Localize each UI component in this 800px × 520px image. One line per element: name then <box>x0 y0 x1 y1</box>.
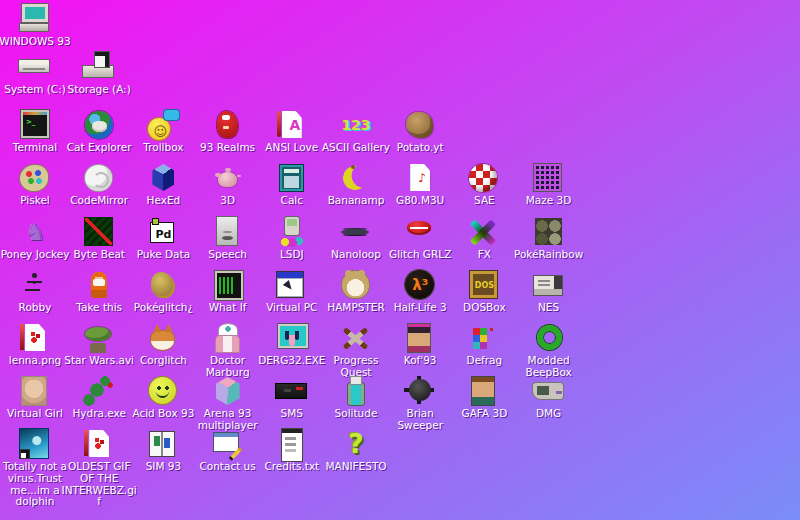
desktop-icon-robby[interactable]: Robby <box>2 270 68 314</box>
desktop-icon-virtual-pc[interactable]: Virtual PC <box>259 270 325 314</box>
desktop-icon-sim-93[interactable]: SIM 93 <box>130 429 196 473</box>
icon-label: Maze 3D <box>511 195 587 207</box>
desktop[interactable]: WINDOWS 93System (C:)Storage (A:)>_Termi… <box>0 0 800 520</box>
sea-mine-icon <box>402 376 438 406</box>
icon-label: Potato.yt <box>382 142 458 154</box>
image-document-icon <box>17 323 53 353</box>
icon-label: NES <box>511 302 587 314</box>
banana-icon <box>338 163 374 193</box>
tongue-monitor-icon <box>274 323 310 353</box>
desktop-icon-doctor-marburg[interactable]: Doctor Marburg <box>195 323 261 379</box>
desktop-icon-manifesto[interactable]: ?MANIFESTO <box>323 429 389 473</box>
nes-console-icon <box>531 270 567 300</box>
desktop-icon-hydra-exe[interactable]: Hydra.exe <box>66 376 132 420</box>
desktop-icon-what-if[interactable]: What If <box>195 270 261 314</box>
crossed-swords-icon <box>338 323 374 353</box>
desktop-icon-sae[interactable]: SAE <box>451 163 517 207</box>
desktop-icon-pok-rainbow[interactable]: PokéRainbow <box>516 217 582 261</box>
icon-label: Modded BeepBox <box>511 355 587 379</box>
desktop-icon-gafa-3d[interactable]: GAFA 3D <box>451 376 517 420</box>
red-dragon-icon <box>210 110 246 140</box>
desktop-icon-corglitch[interactable]: Corglitch <box>130 323 196 367</box>
desktop-icon-93-realms[interactable]: 93 Realms <box>195 110 261 154</box>
desktop-icon-nes[interactable]: NES <box>516 270 582 314</box>
desktop-icon-glitch-grlz[interactable]: Glitch GRLZ <box>387 217 453 261</box>
desktop-icon-contact-us[interactable]: Contact us <box>195 429 261 473</box>
lambda-icon-glyph: λ³ <box>402 270 438 300</box>
desktop-icon-pok-glitch[interactable]: Pokéglitch¿ <box>130 270 196 314</box>
doomguy-icon <box>466 376 502 406</box>
desktop-icon-codemirror[interactable]: CodeMirror <box>66 163 132 207</box>
desktop-icon-progress-quest[interactable]: Progress Quest <box>323 323 389 379</box>
desktop-icon-system-c[interactable]: System (C:) <box>2 52 68 96</box>
lambda-icon: λ³ <box>402 270 438 300</box>
desktop-icon-byte-beat[interactable]: Byte Beat <box>66 217 132 261</box>
desktop-icon-kof-93[interactable]: Kof'93 <box>387 323 453 367</box>
glitch-blob-icon <box>145 270 181 300</box>
desktop-icon-g80-m3u[interactable]: ♪G80.M3U <box>387 163 453 207</box>
desktop-icon-modded-beepbox[interactable]: Modded BeepBox <box>516 323 582 379</box>
corgi-icon <box>145 323 181 353</box>
terminal-icon-glyph: >_ <box>17 110 53 140</box>
desktop-icon-star-wars-avi[interactable]: Star Wars.avi <box>66 323 132 367</box>
desktop-icon-lenna-png[interactable]: lenna.png <box>2 323 68 367</box>
desktop-icon-windows-93[interactable]: WINDOWS 93 <box>2 4 68 48</box>
globe-cat-icon <box>81 110 117 140</box>
desktop-icon-solitude[interactable]: Solitude <box>323 376 389 420</box>
desktop-icon-terminal[interactable]: >_Terminal <box>2 110 68 154</box>
girl-portrait-icon <box>17 376 53 406</box>
desktop-icon-3d[interactable]: 3D <box>195 163 261 207</box>
pokemon-sprites-icon <box>531 217 567 247</box>
desktop-icon-potato-yt[interactable]: Potato.yt <box>387 110 453 154</box>
desktop-icon-brian-sweeper[interactable]: Brian Sweeper <box>387 376 453 432</box>
desktop-icon-acid-box-93[interactable]: Acid Box 93 <box>130 376 196 420</box>
desktop-icon-puke-data[interactable]: PdPuke Data <box>130 217 196 261</box>
desktop-icon-maze-3d[interactable]: Maze 3D <box>516 163 582 207</box>
desktop-icon-cat-explorer[interactable]: Cat Explorer <box>66 110 132 154</box>
desktop-icon-piskel[interactable]: Piskel <box>2 163 68 207</box>
potato-icon <box>402 110 438 140</box>
desktop-icon-half-life-3[interactable]: λ³Half-Life 3 <box>387 270 453 314</box>
desktop-icon-lsdj[interactable]: LSDJ <box>259 217 325 261</box>
desktop-icon-hampster[interactable]: HAMPSTER <box>323 270 389 314</box>
desktop-icon-trollbox[interactable]: ☺Trollbox <box>130 110 196 154</box>
pd-patch-icon: Pd <box>145 217 181 247</box>
ansi-document-icon-glyph: A <box>274 110 310 140</box>
desktop-icon-bananamp[interactable]: Bananamp <box>323 163 389 207</box>
hard-drive-icon <box>17 52 53 82</box>
desktop-icon-oldest-gif-of-the-interwebz-gif[interactable]: OLDEST GIF OF THE INTERWEBZ.gif <box>66 429 132 508</box>
icon-label: DMG <box>511 408 587 420</box>
desktop-icon-storage-a[interactable]: Storage (A:) <box>66 52 132 96</box>
desktop-icon-dmg[interactable]: DMG <box>516 376 582 420</box>
desktop-icon-take-this[interactable]: Take this <box>66 270 132 314</box>
desktop-icon-ascii-gallery[interactable]: 123ASCII Gallery <box>323 110 389 154</box>
ascii-123-icon: 123 <box>338 110 374 140</box>
hamster-icon <box>338 270 374 300</box>
face-mouth-icon <box>210 217 246 247</box>
troll-smiley-icon-glyph: ☺ <box>145 110 181 140</box>
desktop-icon-virtual-girl[interactable]: Virtual Girl <box>2 376 68 420</box>
pony-icon-glyph: ♞ <box>17 217 53 247</box>
desktop-icon-arena-93-multiplayer[interactable]: Arena 93 multiplayer <box>195 376 261 432</box>
gif-document-icon <box>81 429 117 459</box>
desktop-icon-calc[interactable]: Calc <box>259 163 325 207</box>
desktop-icon-sms[interactable]: SMS <box>259 376 325 420</box>
pc-window-icon <box>274 270 310 300</box>
desktop-icon-derg32-exe[interactable]: DERG32.EXE <box>259 323 325 367</box>
desktop-icon-nanoloop[interactable]: Nanoloop <box>323 217 389 261</box>
acid-smiley-icon <box>145 376 181 406</box>
pony-icon: ♞ <box>17 217 53 247</box>
desktop-icon-dosbox[interactable]: DOSDOSBox <box>451 270 517 314</box>
desktop-icon-hexed[interactable]: HexEd <box>130 163 196 207</box>
doctor-icon <box>210 323 246 353</box>
icon-label: MANIFESTO <box>318 461 394 473</box>
desktop-icon-speech[interactable]: Speech <box>195 217 261 261</box>
desktop-icon-totally-not-a-virus-trust-me-im-a-dolphin[interactable]: Totally not a virus.Trust me...im a dolp… <box>2 429 68 508</box>
computer-icon <box>17 4 53 34</box>
desktop-icon-defrag[interactable]: Defrag <box>451 323 517 367</box>
desktop-icon-ansi-love[interactable]: AANSI Love <box>259 110 325 154</box>
desktop-icon-credits-txt[interactable]: Credits.txt <box>259 429 325 473</box>
floppy-drive-icon <box>81 52 117 82</box>
desktop-icon-poney-jockey[interactable]: ♞Poney Jockey <box>2 217 68 261</box>
desktop-icon-fx[interactable]: FX <box>451 217 517 261</box>
